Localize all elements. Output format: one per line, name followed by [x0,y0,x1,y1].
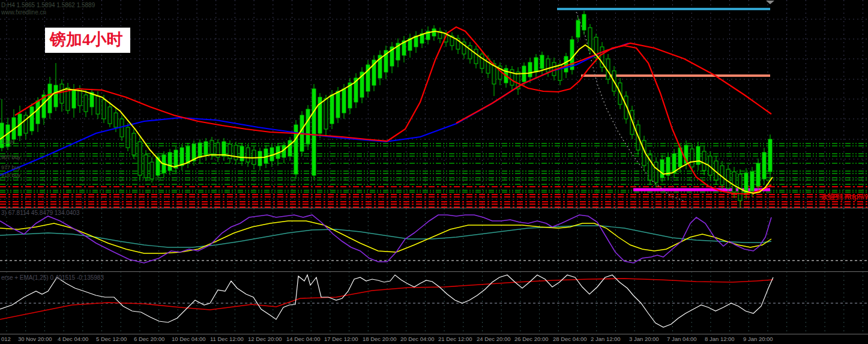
time-axis-label: 10 Dec 04:00 [172,336,206,342]
time-axis-label: 30 Nov 20:00 [18,336,52,342]
time-axis-label: 4 Dec 04:00 [58,336,88,342]
time-axis-label: 20 Dec 04:00 [400,336,435,342]
time-axis-label: 2 Jan 12:00 [591,336,621,342]
time-axis-label: 6 Dec 20:00 [134,336,164,342]
time-axis-label: 7 Jan 04:00 [667,336,697,342]
time-axis-label: 26 Dec 20:00 [514,336,549,342]
time-axis-label: 3 Jan 20:00 [629,336,659,342]
window-separator-2[interactable] [0,271,868,272]
time-axis-label: 28 Dec 04:00 [553,336,587,342]
time-axis-label: 012 [1,336,11,342]
time-axis-label: 24 Dec 20:00 [477,336,511,342]
time-axis-label: 12 Dec 20:00 [248,336,282,342]
time-axis-label: 18 Dec 20:00 [363,336,397,342]
time-axis-label: 5 Dec 12:00 [96,336,127,342]
chart-canvas[interactable] [0,0,868,344]
chart-svg[interactable] [0,0,868,344]
mt4-chart-window: D,H4 1.5865 1.5894 1.5862 1.5889 www.fxr… [0,0,868,344]
time-axis-label: 14 Dec 04:00 [286,336,321,342]
chart-shift-marker-icon[interactable] [766,1,774,4]
chart-title-tag: 镑加4小时 [45,28,130,53]
time-axis-label: 21 Dec 12:00 [438,336,472,342]
time-axis-label: 8 Jan 12:00 [705,336,735,342]
time-axis-label: 11 Dec 12:00 [210,336,244,342]
time-axis[interactable]: 01230 Nov 20:004 Dec 04:005 Dec 12:006 D… [0,334,868,344]
time-axis-label: 17 Dec 12:00 [324,336,358,342]
window-separator-1[interactable] [0,208,868,208]
time-axis-label: 9 Jan 20:00 [743,336,773,342]
chart-title-text: 镑加4小时 [50,31,123,49]
